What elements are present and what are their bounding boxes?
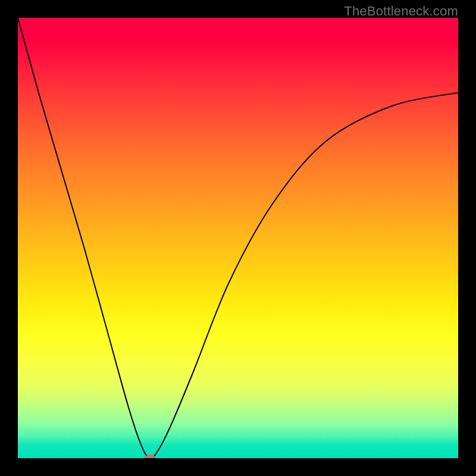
bottleneck-curve <box>18 18 458 458</box>
curve-path <box>18 18 458 458</box>
plot-area <box>18 18 458 458</box>
minimum-marker <box>145 455 155 458</box>
chart-frame: TheBottleneck.com <box>0 0 476 476</box>
watermark-label: TheBottleneck.com <box>344 4 458 19</box>
